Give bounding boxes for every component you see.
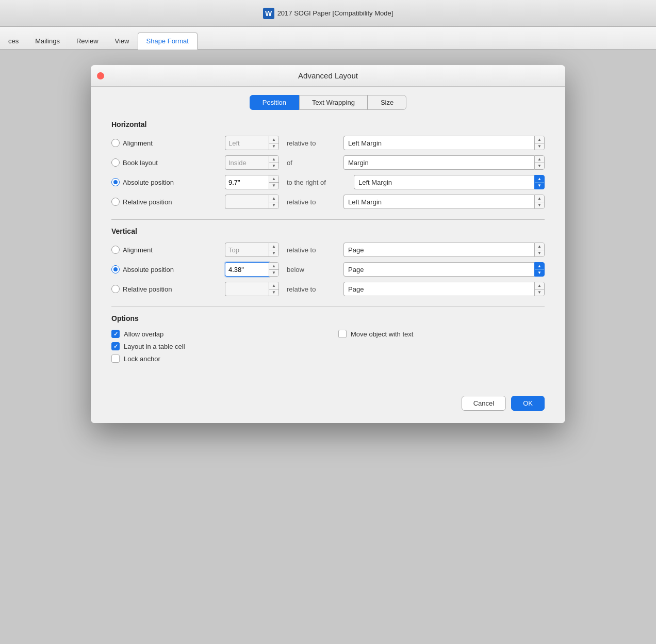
v-abs-radio[interactable] [111,265,120,273]
allow-overlap-checkbox[interactable] [111,330,120,338]
h-book-select[interactable] [343,155,534,170]
h-book-radio-group[interactable]: Book layout [111,158,225,167]
h-abs-down[interactable]: ▼ [269,183,278,189]
h-alignment-select[interactable] [343,136,534,150]
v-abs-select-group: ▲ ▼ [343,262,545,277]
h-rel-down[interactable]: ▼ [269,202,278,209]
h-book-down[interactable]: ▼ [269,163,278,170]
dialog-title: Advanced Layout [298,71,358,80]
menu-item-shape-format[interactable]: Shape Format [138,33,198,50]
h-abs-spinner[interactable]: ▲ ▼ [269,175,279,189]
lock-anchor-checkbox[interactable] [111,355,120,363]
v-alignment-input[interactable] [225,243,269,257]
dialog-footer: Cancel OK [91,388,565,423]
h-abs-input[interactable] [225,175,269,189]
menu-item-view[interactable]: View [107,33,138,49]
v-alignment-radio[interactable] [111,246,120,254]
move-object-label: Move object with text [351,330,413,338]
h-abs-radio-group[interactable]: Absolute position [111,178,225,186]
h-rel-radio-group[interactable]: Relative position [111,198,225,206]
v-rel-down[interactable]: ▼ [269,289,278,296]
v-abs-up[interactable]: ▲ [269,263,278,269]
v-rel-select-up[interactable]: ▲ [535,282,544,289]
options-grid: Allow overlap Layout in a table cell Loc… [111,330,545,367]
close-button[interactable] [97,72,104,79]
h-rel-input[interactable] [225,195,269,209]
h-v-divider [111,219,545,220]
v-abs-select-up[interactable]: ▲ [535,263,544,269]
h-rel-label: Relative position [123,198,172,206]
h-alignment-select-down[interactable]: ▼ [535,143,544,150]
h-alignment-radio[interactable] [111,139,120,147]
v-alignment-select-up[interactable]: ▲ [535,243,544,250]
v-abs-input[interactable] [225,262,269,277]
v-rel-radio-group[interactable]: Relative position [111,285,225,293]
v-rel-select-down[interactable]: ▼ [535,289,544,296]
h-rel-select[interactable] [343,195,534,209]
h-abs-select-down[interactable]: ▼ [535,183,544,189]
h-abs-radio[interactable] [111,178,120,186]
menu-item-mailings[interactable]: Mailings [27,33,68,49]
h-book-mid-label: of [282,159,343,167]
h-abs-select-spinner[interactable]: ▲ ▼ [534,175,545,189]
h-abs-up[interactable]: ▲ [269,175,278,182]
h-rel-radio[interactable] [111,198,120,206]
v-alignment-radio-group[interactable]: Alignment [111,246,225,254]
v-rel-spinner[interactable]: ▲ ▼ [269,282,279,296]
h-rel-spinner[interactable]: ▲ ▼ [269,195,279,209]
v-alignment-down[interactable]: ▼ [269,250,278,257]
h-rel-select-up[interactable]: ▲ [535,195,544,202]
h-alignment-row: Alignment ▲ ▼ relative to [111,136,545,150]
h-book-up[interactable]: ▲ [269,156,278,163]
h-book-select-down[interactable]: ▼ [535,163,544,170]
menu-item-review[interactable]: Review [68,33,107,49]
v-alignment-select-down[interactable]: ▼ [535,250,544,257]
v-alignment-select[interactable] [343,243,534,257]
v-abs-radio-group[interactable]: Absolute position [111,265,225,273]
tab-size[interactable]: Size [368,95,406,110]
v-abs-down[interactable]: ▼ [269,270,278,277]
tab-text-wrapping[interactable]: Text Wrapping [299,95,368,110]
move-object-checkbox[interactable] [338,330,347,338]
h-rel-select-down[interactable]: ▼ [535,202,544,209]
h-book-spinner[interactable]: ▲ ▼ [269,155,279,170]
v-rel-select-spinner[interactable]: ▲ ▼ [534,282,545,296]
v-abs-select-down[interactable]: ▼ [535,270,544,277]
h-abs-select-up[interactable]: ▲ [535,175,544,182]
v-rel-up[interactable]: ▲ [269,282,278,289]
v-rel-select[interactable] [343,282,534,296]
v-alignment-spinner[interactable]: ▲ ▼ [269,243,279,257]
v-alignment-input-group: ▲ ▼ [225,243,282,257]
v-alignment-up[interactable]: ▲ [269,243,278,250]
v-alignment-select-spinner[interactable]: ▲ ▼ [534,243,545,257]
h-alignment-select-spinner[interactable]: ▲ ▼ [534,136,545,150]
h-rel-select-group: ▲ ▼ [343,195,545,209]
h-alignment-up[interactable]: ▲ [269,136,278,143]
tab-position[interactable]: Position [250,95,299,110]
h-book-select-spinner[interactable]: ▲ ▼ [534,155,545,170]
h-book-select-up[interactable]: ▲ [535,156,544,163]
h-rel-up[interactable]: ▲ [269,195,278,202]
h-alignment-down[interactable]: ▼ [269,143,278,150]
lock-anchor-row: Lock anchor [111,355,318,363]
v-abs-select[interactable] [343,262,534,277]
h-abs-select[interactable] [354,175,534,189]
cancel-button[interactable]: Cancel [462,396,506,411]
ok-button[interactable]: OK [511,396,545,411]
h-rel-select-spinner[interactable]: ▲ ▼ [534,195,545,209]
h-book-radio[interactable] [111,158,120,167]
h-alignment-input[interactable] [225,136,269,150]
h-alignment-spinner[interactable]: ▲ ▼ [269,136,279,150]
v-abs-select-spinner[interactable]: ▲ ▼ [534,262,545,277]
v-abs-spinner[interactable]: ▲ ▼ [269,262,279,277]
vertical-title: Vertical [111,227,545,235]
layout-table-checkbox[interactable] [111,342,120,350]
h-book-input[interactable] [225,155,269,170]
h-alignment-select-up[interactable]: ▲ [535,136,544,143]
menu-item-ces[interactable]: ces [0,33,27,49]
v-alignment-mid-label: relative to [282,246,343,254]
v-rel-radio[interactable] [111,285,120,293]
v-rel-input[interactable] [225,282,269,296]
h-alignment-radio-group[interactable]: Alignment [111,139,225,147]
v-alignment-row: Alignment ▲ ▼ relative to [111,243,545,257]
